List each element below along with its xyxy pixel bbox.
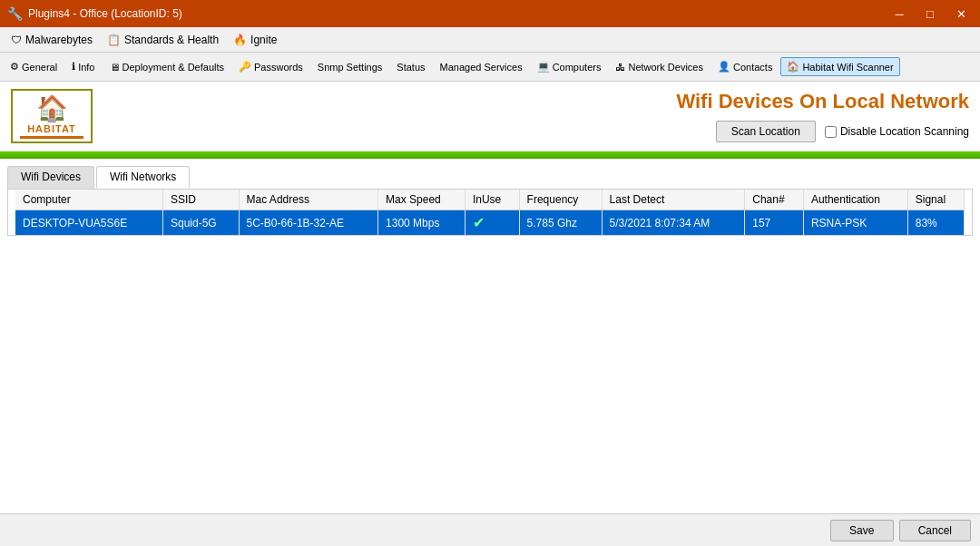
cell-inuse: ✔	[465, 210, 519, 236]
inner-tabs: Wifi Devices Wifi Networks	[0, 159, 980, 189]
window-controls: ─ □ ✕	[887, 5, 973, 23]
data-table: Computer SSID Mac Address Max Speed InUs…	[15, 190, 965, 235]
logo-box: 🏠 HABITAT	[11, 89, 93, 143]
inuse-check-icon: ✔	[473, 215, 485, 230]
tab-wifi-networks[interactable]: Wifi Networks	[96, 166, 190, 189]
cell-auth: RSNA-PSK	[803, 210, 907, 236]
right-header: Wifi Devices On Local Network Scan Locat…	[676, 90, 969, 142]
general-icon: ⚙	[10, 61, 19, 73]
save-button[interactable]: Save	[830, 520, 894, 541]
tab-computers[interactable]: 💻 Computers	[531, 57, 608, 76]
cell-chan: 157	[745, 210, 804, 236]
disable-scanning-label[interactable]: Disable Location Scanning	[825, 125, 969, 138]
cell-computer: DESKTOP-VUA5S6E	[15, 210, 162, 236]
info-icon: ℹ	[72, 61, 75, 73]
col-ssid: SSID	[162, 190, 239, 210]
tab-status-label: Status	[397, 62, 425, 73]
tab-passwords[interactable]: 🔑 Passwords	[232, 57, 309, 76]
disable-scanning-text: Disable Location Scanning	[840, 125, 969, 138]
content-wrapper: 🏠 HABITAT Wifi Devices On Local Network …	[0, 82, 980, 546]
col-frequency: Frequency	[519, 190, 602, 210]
toolbar: ⚙ General ℹ Info 🖥 Deployment & Defaults…	[0, 53, 980, 82]
cancel-button[interactable]: Cancel	[899, 520, 971, 541]
scan-controls: Scan Location Disable Location Scanning	[716, 121, 969, 142]
habitat-logo-text: HABITAT	[27, 123, 76, 134]
tab-general[interactable]: ⚙ General	[4, 57, 64, 76]
cell-frequency: 5.785 Ghz	[519, 210, 602, 236]
table-row[interactable]: DESKTOP-VUA5S6ESquid-5G5C-B0-66-1B-32-AE…	[15, 210, 965, 236]
tab-general-label: General	[22, 62, 57, 73]
logo-underline	[20, 136, 83, 139]
tab-status[interactable]: Status	[390, 58, 431, 76]
cell-signal: 83%	[907, 210, 964, 236]
table-section: Computer SSID Mac Address Max Speed InUs…	[7, 189, 973, 236]
house-icon: 🏠	[36, 93, 68, 123]
tab-contacts-label: Contacts	[733, 62, 772, 73]
menu-standards[interactable]: 📋 Standards & Health	[100, 31, 226, 49]
minimize-button[interactable]: ─	[887, 5, 911, 23]
col-computer: Computer	[15, 190, 162, 210]
deployment-icon: 🖥	[110, 62, 120, 73]
tab-wifi-devices-label: Wifi Devices	[21, 171, 81, 183]
col-mac: Mac Address	[239, 190, 378, 210]
menu-ignite[interactable]: 🔥 Ignite	[226, 31, 284, 49]
tab-deployment-label: Deployment & Defaults	[122, 62, 225, 73]
col-auth: Authentication	[803, 190, 907, 210]
tab-wifi-devices[interactable]: Wifi Devices	[7, 166, 94, 189]
menu-malwarebytes[interactable]: 🛡 Malwarebytes	[4, 31, 100, 49]
app-icon: 🔧	[7, 6, 23, 21]
tab-snmp-label: Snmp Settings	[318, 62, 383, 73]
col-inuse: InUse	[465, 190, 519, 210]
tab-network[interactable]: 🖧 Network Devices	[609, 58, 710, 76]
malwarebytes-icon: 🛡	[11, 34, 22, 46]
contacts-icon: 👤	[718, 61, 730, 73]
col-signal: Signal	[907, 190, 964, 210]
app-title: Plugins4 - Office (LocationID: 5)	[28, 7, 182, 20]
close-button[interactable]: ✕	[949, 5, 973, 23]
menu-bar: 🛡 Malwarebytes 📋 Standards & Health 🔥 Ig…	[0, 27, 980, 53]
menu-malwarebytes-label: Malwarebytes	[25, 34, 93, 46]
menu-ignite-label: Ignite	[250, 34, 277, 46]
header-section: 🏠 HABITAT Wifi Devices On Local Network …	[0, 82, 980, 151]
tab-network-label: Network Devices	[628, 62, 703, 73]
passwords-icon: 🔑	[239, 61, 251, 73]
tab-habitat[interactable]: 🏠 Habitat Wifi Scanner	[780, 57, 899, 76]
tab-snmp[interactable]: Snmp Settings	[311, 58, 389, 76]
title-bar: 🔧 Plugins4 - Office (LocationID: 5) ─ □ …	[0, 0, 980, 27]
col-speed: Max Speed	[378, 190, 466, 210]
scan-location-button[interactable]: Scan Location	[716, 121, 816, 142]
cell-lastdetect: 5/3/2021 8:07:34 AM	[602, 210, 745, 236]
tab-info[interactable]: ℹ Info	[65, 57, 101, 76]
network-icon: 🖧	[615, 62, 625, 73]
tab-wifi-networks-label: Wifi Networks	[110, 171, 176, 183]
tab-managed-label: Managed Services	[440, 62, 523, 73]
computers-icon: 💻	[537, 61, 550, 73]
habitat-icon: 🏠	[787, 61, 799, 73]
tab-passwords-label: Passwords	[254, 62, 303, 73]
standards-icon: 📋	[107, 34, 121, 46]
disable-scanning-checkbox[interactable]	[825, 126, 837, 138]
green-separator	[0, 151, 980, 159]
tab-deployment[interactable]: 🖥 Deployment & Defaults	[103, 58, 231, 76]
cell-ssid: Squid-5G	[162, 210, 239, 236]
bottom-bar: Save Cancel	[0, 513, 980, 546]
tab-habitat-label: Habitat Wifi Scanner	[802, 62, 893, 73]
table-header-row: Computer SSID Mac Address Max Speed InUs…	[15, 190, 965, 210]
maximize-button[interactable]: □	[918, 5, 942, 23]
tab-computers-label: Computers	[553, 62, 602, 73]
col-chan: Chan#	[745, 190, 804, 210]
cell-mac: 5C-B0-66-1B-32-AE	[239, 210, 378, 236]
table-body: DESKTOP-VUA5S6ESquid-5G5C-B0-66-1B-32-AE…	[15, 210, 965, 236]
col-lastdetect: Last Detect	[602, 190, 745, 210]
page-title: Wifi Devices On Local Network	[676, 90, 969, 113]
tab-managed[interactable]: Managed Services	[434, 58, 529, 76]
app-wrapper: 🔧 Plugins4 - Office (LocationID: 5) ─ □ …	[0, 0, 980, 546]
tab-contacts[interactable]: 👤 Contacts	[711, 57, 779, 76]
tab-info-label: Info	[78, 62, 94, 73]
menu-standards-label: Standards & Health	[124, 34, 219, 46]
cell-speed: 1300 Mbps	[378, 210, 466, 236]
ignite-icon: 🔥	[233, 34, 247, 46]
logo-area: 🏠 HABITAT	[11, 89, 93, 143]
